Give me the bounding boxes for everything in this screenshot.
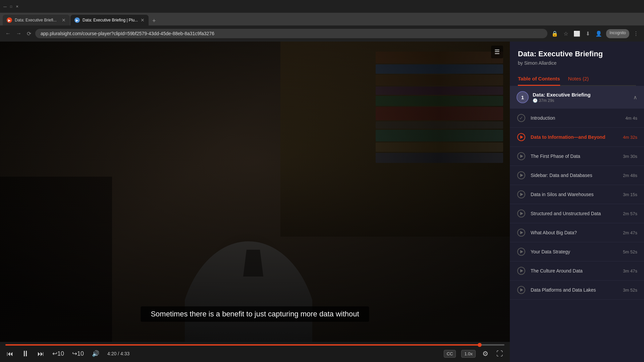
module-header[interactable]: 1 Data: Executive Briefing 🕐 37m 29s ∧ — [510, 86, 644, 109]
lesson-duration: 2m 47s — [623, 230, 637, 235]
play-icon — [520, 269, 523, 273]
incognito-label: Incognito — [606, 29, 629, 38]
current-time: 4:20 — [107, 351, 116, 356]
lesson-duration: 5m 52s — [623, 249, 637, 254]
progress-bar[interactable] — [5, 344, 504, 346]
lesson-name: Sidebar: Data and Databases — [531, 173, 618, 178]
lesson-name: Data in Silos and Warehouses — [531, 192, 618, 197]
lesson-item[interactable]: The Culture Around Data 3m 47s — [510, 261, 644, 281]
lesson-icon — [517, 171, 526, 180]
rewind-10-button[interactable]: ↩10 — [51, 349, 65, 359]
lesson-icon-active — [517, 132, 526, 142]
lesson-icon — [517, 285, 526, 295]
lesson-item-active[interactable]: Data to Information—and Beyond 4m 32s — [510, 128, 644, 147]
lesson-duration: 3m 30s — [623, 154, 637, 159]
lesson-item[interactable]: Sidebar: Data and Databases 2m 48s — [510, 166, 644, 185]
module-number: 1 — [517, 91, 529, 103]
close-button[interactable]: ✕ — [15, 4, 19, 9]
tab-2-title: Data: Executive Briefing | Plu... — [83, 18, 138, 22]
lesson-name-active: Data to Information—and Beyond — [531, 134, 618, 140]
profile-icon[interactable]: 👤 — [594, 29, 603, 38]
extensions-icon[interactable]: ⬜ — [572, 29, 582, 38]
fullscreen-button[interactable]: ⛶ — [495, 349, 504, 359]
video-area: ☰ Sometimes there is a benefit to just c… — [0, 42, 510, 362]
chevron-up-icon: ∧ — [633, 94, 637, 101]
tab-2-close-icon[interactable]: ✕ — [141, 17, 145, 23]
cc-button[interactable]: CC — [444, 350, 456, 358]
tab-1-close-icon[interactable]: ✕ — [62, 17, 66, 23]
url-input[interactable] — [35, 29, 547, 38]
new-tab-button[interactable]: + — [149, 16, 159, 25]
settings-button[interactable]: ⚙ — [481, 348, 490, 359]
download-icon[interactable]: ⬇ — [584, 29, 591, 38]
books — [376, 52, 503, 186]
progress-indicator — [478, 343, 482, 347]
lesson-circle — [517, 209, 525, 218]
skip-forward-button[interactable]: ⏭ — [36, 349, 46, 359]
video-scene — [0, 42, 510, 342]
skip-back-button[interactable]: ⏮ — [5, 349, 15, 359]
tab-toc[interactable]: Table of Contents — [518, 72, 560, 86]
lesson-name: The First Phase of Data — [531, 154, 618, 159]
title-bar: — □ ✕ — [0, 0, 644, 13]
shield-icon[interactable]: 🔒 — [550, 29, 559, 38]
video-controls: ⏮ ⏸ ⏭ ↩10 ↪10 🔊 4:20 / 4:33 CC 1.0x ⚙ ⛶ — [0, 342, 510, 362]
active-circle — [517, 133, 525, 141]
tab-1-favicon: ▶ — [7, 17, 12, 23]
browser-toolbar: 🔒 ☆ ⬜ ⬇ 👤 Incognito ⋮ — [550, 29, 640, 38]
video-player[interactable]: ☰ Sometimes there is a benefit to just c… — [0, 42, 510, 342]
time-display: 4:20 / 4:33 — [107, 351, 129, 356]
lesson-name: Your Data Strategy — [531, 249, 618, 254]
lesson-item[interactable]: Data Platforms and Data Lakes 3m 52s — [510, 281, 644, 300]
lesson-item[interactable]: ✓ Introduction 4m 4s — [510, 109, 644, 128]
course-title: Data: Executive Briefing — [518, 50, 636, 58]
forward-button[interactable]: → — [15, 29, 23, 38]
table-of-contents: 1 Data: Executive Briefing 🕐 37m 29s ∧ ✓ — [510, 86, 644, 362]
pause-button[interactable]: ⏸ — [20, 348, 31, 360]
sidebar: Data: Executive Briefing by Simon Allard… — [510, 42, 644, 362]
lesson-duration: 2m 48s — [623, 173, 637, 178]
tab-1[interactable]: ▶ Data: Executive Briefi... ✕ — [3, 15, 70, 25]
lesson-item[interactable]: Your Data Strategy 5m 52s — [510, 242, 644, 261]
lesson-duration: 3m 52s — [623, 288, 637, 293]
window-controls: — □ ✕ — [3, 4, 19, 9]
lesson-item[interactable]: The First Phase of Data 3m 30s — [510, 147, 644, 166]
tab-notes[interactable]: Notes (2) — [568, 72, 589, 86]
play-icon — [520, 135, 523, 139]
play-icon — [520, 288, 523, 292]
completed-circle: ✓ — [517, 114, 525, 122]
tab-2[interactable]: ▶ Data: Executive Briefing | Plu... ✕ — [70, 15, 149, 25]
lesson-icon — [517, 228, 526, 237]
time-separator: / — [118, 351, 120, 356]
clock-icon: 🕐 — [533, 98, 539, 103]
lesson-icon-intro: ✓ — [517, 113, 526, 123]
controls-row: ⏮ ⏸ ⏭ ↩10 ↪10 🔊 4:20 / 4:33 CC 1.0x ⚙ ⛶ — [5, 348, 504, 360]
play-icon — [520, 174, 523, 177]
lesson-item[interactable]: What About Big Data? 2m 47s — [510, 223, 644, 242]
menu-toggle-button[interactable]: ☰ — [491, 46, 503, 58]
lesson-duration-intro: 4m 4s — [626, 116, 637, 121]
module-info: Data: Executive Briefing 🕐 37m 29s — [533, 92, 629, 103]
tab-1-title: Data: Executive Briefi... — [15, 18, 59, 22]
play-icon — [520, 231, 523, 234]
sidebar-tabs: Table of Contents Notes (2) — [518, 72, 636, 86]
lesson-circle — [517, 171, 525, 179]
reload-button[interactable]: ⟳ — [25, 29, 33, 38]
volume-button[interactable]: 🔊 — [91, 349, 101, 359]
lesson-item[interactable]: Data in Silos and Warehouses 3m 15s — [510, 185, 644, 204]
minimize-button[interactable]: — — [3, 4, 7, 9]
menu-icon[interactable]: ⋮ — [632, 29, 640, 38]
maximize-button[interactable]: □ — [9, 4, 13, 9]
subtitle-text: Sometimes there is a benefit to just cap… — [141, 306, 369, 322]
lesson-icon — [517, 266, 526, 276]
lesson-icon — [517, 247, 526, 256]
check-icon: ✓ — [519, 115, 523, 121]
lesson-duration: 3m 15s — [623, 192, 637, 197]
lesson-circle — [517, 229, 525, 237]
tab-2-favicon: ▶ — [74, 17, 80, 23]
lesson-item[interactable]: Structured and Unstructured Data 2m 57s — [510, 204, 644, 223]
forward-10-button[interactable]: ↪10 — [71, 349, 85, 359]
speed-button[interactable]: 1.0x — [461, 350, 476, 358]
back-button[interactable]: ← — [4, 29, 12, 38]
star-icon[interactable]: ☆ — [562, 29, 570, 38]
